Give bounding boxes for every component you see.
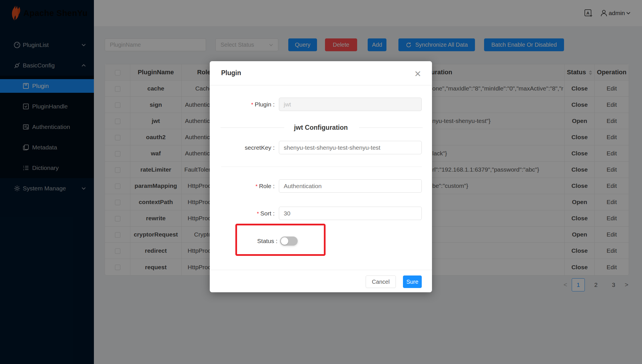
prev-page-arrow[interactable]: < bbox=[563, 281, 567, 289]
sort-field-label: *Sort : bbox=[210, 207, 275, 220]
edit-link[interactable]: Edit bbox=[595, 194, 629, 210]
row-checkbox[interactable] bbox=[115, 167, 120, 173]
modal-title: Plugin bbox=[221, 69, 241, 77]
shenyu-flame-icon bbox=[10, 5, 23, 21]
edit-link[interactable]: Edit bbox=[595, 81, 629, 97]
user-icon bbox=[600, 9, 608, 17]
sidebar-item-pluginhandle[interactable]: PluginHandle bbox=[0, 100, 94, 113]
row-checkbox[interactable] bbox=[115, 184, 120, 189]
role-field-row: *Role : Authentication bbox=[210, 179, 432, 193]
sidebar-item-label: Metadata bbox=[32, 144, 57, 151]
sidebar-item-authentication[interactable]: Authentication bbox=[0, 120, 94, 134]
status-badge: Open bbox=[565, 227, 595, 243]
modal-footer: Cancel Sure bbox=[210, 270, 432, 292]
row-checkbox[interactable] bbox=[115, 151, 120, 157]
status-badge: Close bbox=[565, 178, 595, 194]
required-asterisk: * bbox=[257, 211, 259, 217]
page-button-1[interactable]: 1 bbox=[572, 278, 585, 291]
col-header-operation: Operation bbox=[595, 64, 629, 81]
edit-link[interactable]: Edit bbox=[595, 97, 629, 113]
ordered-list-icon bbox=[22, 164, 29, 171]
secretkey-field-input[interactable]: shenyu-test-shenyu-test-shenyu-test bbox=[279, 141, 422, 154]
synchronize-all-data-button[interactable]: Synchronize All Data bbox=[398, 38, 475, 51]
sidebar-item-pluginlist[interactable]: PluginList bbox=[0, 38, 94, 52]
row-checkbox[interactable] bbox=[115, 232, 120, 238]
edit-link[interactable]: Edit bbox=[595, 145, 629, 162]
app-title: Apache ShenYu bbox=[23, 9, 88, 18]
edit-link[interactable]: Edit bbox=[595, 178, 629, 194]
edit-link[interactable]: Edit bbox=[595, 113, 629, 129]
shenyu-admin-app: A admin Apache ShenYu bbox=[0, 0, 642, 364]
plugin-field-label: *Plugin : bbox=[210, 98, 275, 111]
status-toggle[interactable] bbox=[280, 237, 298, 246]
sidebar-item-label: Dictionary bbox=[32, 164, 59, 171]
row-checkbox[interactable] bbox=[115, 248, 120, 254]
api-plug-icon bbox=[13, 62, 21, 69]
section-divider: jwt Configuration bbox=[210, 121, 432, 134]
status-badge: Close bbox=[565, 81, 595, 97]
toggle-knob bbox=[281, 237, 288, 245]
row-checkbox[interactable] bbox=[115, 135, 120, 140]
user-menu[interactable]: admin bbox=[600, 9, 631, 17]
role-field-input[interactable]: Authentication bbox=[279, 179, 422, 193]
sort-field-input[interactable]: 30 bbox=[279, 207, 422, 220]
edit-link[interactable]: Edit bbox=[595, 162, 629, 178]
plugin-name-cell: oauth2 bbox=[130, 129, 182, 145]
sidebar-item-metadata[interactable]: Metadata bbox=[0, 141, 94, 154]
sidebar-item-dictionary[interactable]: Dictionary bbox=[0, 161, 94, 175]
translate-icon[interactable]: A bbox=[584, 9, 593, 17]
row-checkbox[interactable] bbox=[115, 102, 120, 108]
row-checkbox[interactable] bbox=[115, 265, 120, 270]
plugin-name-cell: rateLimiter bbox=[130, 162, 182, 178]
search-placeholder: PluginName bbox=[110, 42, 141, 48]
sort-field-row: *Sort : 30 bbox=[210, 207, 432, 220]
idcard-icon bbox=[22, 124, 29, 130]
status-badge: Close bbox=[565, 259, 595, 275]
app-logo: Apache ShenYu bbox=[0, 0, 94, 26]
close-icon[interactable]: ✕ bbox=[411, 67, 424, 80]
page-button-3[interactable]: 3 bbox=[607, 278, 620, 291]
edit-link[interactable]: Edit bbox=[595, 210, 629, 227]
sidebar-item-plugin[interactable]: Plugin bbox=[0, 79, 94, 93]
edit-link[interactable]: Edit bbox=[595, 129, 629, 145]
add-button[interactable]: Add bbox=[368, 38, 386, 51]
row-checkbox[interactable] bbox=[115, 216, 120, 221]
status-select[interactable]: Select Status bbox=[215, 38, 278, 51]
row-checkbox[interactable] bbox=[115, 200, 120, 205]
next-page-arrow[interactable]: > bbox=[625, 281, 628, 289]
cancel-button[interactable]: Cancel bbox=[366, 275, 396, 288]
page-button-2[interactable]: 2 bbox=[589, 278, 602, 291]
status-field-row: Status : bbox=[210, 237, 432, 246]
sort-icon[interactable] bbox=[589, 70, 592, 75]
edit-link[interactable]: Edit bbox=[595, 259, 629, 275]
col-header-status[interactable]: Status bbox=[565, 64, 595, 81]
batch-label: Batch Enable Or Disabled bbox=[491, 42, 557, 48]
sure-label: Sure bbox=[406, 279, 418, 285]
sidebar: Apache ShenYu PluginList BasicConfig bbox=[0, 0, 94, 364]
edit-link[interactable]: Edit bbox=[595, 243, 629, 259]
select-all-checkbox[interactable] bbox=[115, 70, 120, 75]
sure-button[interactable]: Sure bbox=[403, 275, 422, 288]
status-badge: Close bbox=[565, 210, 595, 227]
sidebar-item-label: PluginList bbox=[23, 42, 49, 48]
status-badge: Open bbox=[565, 194, 595, 210]
required-asterisk: * bbox=[256, 183, 258, 189]
status-badge: Close bbox=[565, 129, 595, 145]
delete-button[interactable]: Delete bbox=[325, 38, 357, 51]
check-square-icon bbox=[22, 103, 29, 110]
search-input[interactable]: PluginName bbox=[105, 38, 206, 51]
edit-link[interactable]: Edit bbox=[595, 227, 629, 243]
sidebar-item-basicconfig[interactable]: BasicConfig bbox=[0, 59, 94, 72]
chevron-down-icon bbox=[81, 44, 86, 46]
plugin-name-cell: waf bbox=[130, 145, 182, 162]
sidebar-item-system-manage[interactable]: System Manage bbox=[0, 182, 94, 195]
batch-enable-disable-button[interactable]: Batch Enable Or Disabled bbox=[484, 38, 564, 51]
row-checkbox[interactable] bbox=[115, 119, 120, 124]
cancel-label: Cancel bbox=[372, 279, 390, 285]
row-checkbox[interactable] bbox=[115, 86, 120, 92]
status-badge: Close bbox=[565, 162, 595, 178]
plugin-name-cell: request bbox=[130, 259, 182, 275]
sidebar-item-label: System Manage bbox=[23, 185, 66, 192]
plugin-name-cell: jwt bbox=[130, 113, 182, 129]
query-button[interactable]: Query bbox=[288, 38, 317, 51]
